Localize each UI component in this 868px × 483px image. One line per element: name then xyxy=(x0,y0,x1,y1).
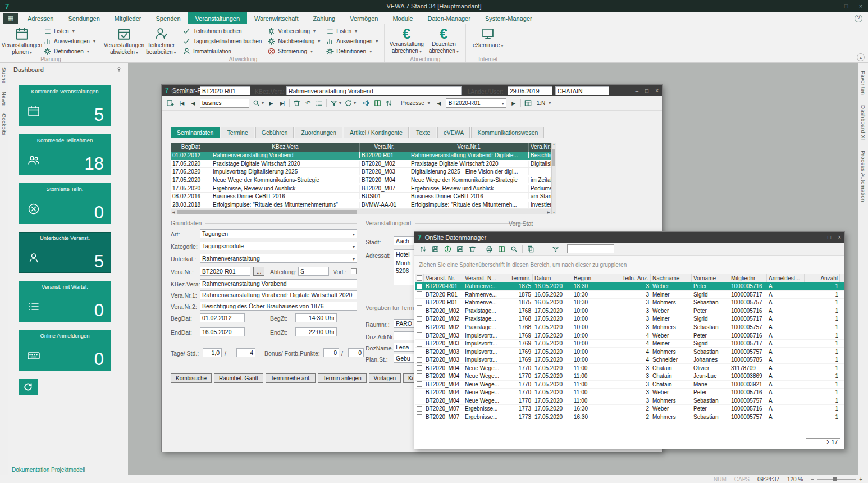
row-checkbox[interactable] xyxy=(417,406,422,412)
ribbon-tab-system-manager[interactable]: System-Manager xyxy=(478,12,540,24)
tab-termine[interactable]: Termine xyxy=(221,127,254,138)
abwicklung-auswertungen-button[interactable]: Auswertungen xyxy=(324,36,380,46)
table-row[interactable]: 17.05.2020Praxistage Digitale Wirtschaft… xyxy=(171,160,551,168)
teilnahmen-buchen-button[interactable]: Teilnahmen buchen xyxy=(181,26,263,36)
record-search-input[interactable] xyxy=(200,99,249,108)
pin-icon[interactable] xyxy=(116,66,122,73)
excel-export-button[interactable] xyxy=(497,244,506,254)
eseminare-button[interactable]: eSeminare xyxy=(469,25,506,50)
vera-nr1-input[interactable]: Rahmenveranstaltung Vorabend: Digitale W… xyxy=(200,290,357,299)
prozesse-dropdown[interactable]: Prozesse xyxy=(399,98,432,108)
minimize-button[interactable]: – xyxy=(824,0,839,12)
tagungsteilnahmen-buchen-button[interactable]: Tagungsteilnahmen buchen xyxy=(181,36,263,46)
table-row[interactable]: 17.05.2020Impulsvortrag Digitalisierung … xyxy=(171,168,551,176)
dock-tab-process-automation[interactable]: Process Automation xyxy=(860,151,866,202)
ribbon-tab-warenwirtschaft[interactable]: Warenwirtschaft xyxy=(247,12,305,24)
grid-header-row[interactable]: BegDatKBez.VeraVera.Nr.Vera.Nr.1Vera.Nr.… xyxy=(171,143,551,152)
ribbon-tab-veranstaltungen[interactable]: Veranstaltungen xyxy=(188,12,248,24)
table-row[interactable]: BT2020_M03Impulsvortr...176917.05.202010… xyxy=(415,356,844,364)
table-row[interactable]: 01.02.2012Rahmenveranstaltung VorabendBT… xyxy=(171,152,551,160)
table-row[interactable]: BT2020_M04Neue Wege...177017.05.202011:0… xyxy=(415,397,844,405)
save-all-button[interactable] xyxy=(456,244,464,254)
ribbon-tab-module[interactable]: Module xyxy=(385,12,420,24)
ribbon-tab-vermoegen[interactable]: Vermögen xyxy=(342,12,385,24)
close-button[interactable]: × xyxy=(853,0,868,12)
close-button[interactable]: × xyxy=(655,88,659,94)
kbez-vera-field[interactable]: Rahmenveranstaltung Vorabend xyxy=(286,86,462,95)
table-row[interactable]: 28.03.2018Erfolgsimpulse: "Rituale des M… xyxy=(171,201,551,209)
row-checkbox[interactable] xyxy=(417,300,422,306)
nachbereitung-button[interactable]: Nachbereitung xyxy=(266,36,322,46)
vera-nr-field[interactable]: BT2020-R01 xyxy=(200,86,250,95)
ribbon-tab-mitglieder[interactable]: Mitglieder xyxy=(107,12,149,24)
onsite-grid-header[interactable]: Veranst.-Nr.Veranst.-N...Terminr.DatumBe… xyxy=(415,274,844,282)
maximize-button[interactable]: □ xyxy=(645,88,648,94)
begzt-input[interactable]: 14:30 Uhr xyxy=(295,313,337,322)
tab-gebuehren[interactable]: Gebühren xyxy=(255,127,294,138)
enddat-input[interactable]: 16.05.2020 xyxy=(200,327,245,336)
raumbelegung-gantt-button[interactable]: Raumbel. Gantt xyxy=(214,373,263,383)
minimize-button[interactable]: – xyxy=(818,234,821,240)
ribbon-tab-daten-manager[interactable]: Daten-Manager xyxy=(420,12,477,24)
abteilung-input[interactable]: S xyxy=(298,267,329,276)
table-row[interactable]: BT2020_M04Neue Wege...177017.05.202011:0… xyxy=(415,389,844,397)
combo-next-button[interactable]: ▶ xyxy=(509,98,518,108)
combo-prev-button[interactable]: ◀ xyxy=(435,98,443,108)
table-row[interactable]: BT2020-R01Rahmenve...187516.05.202018:30… xyxy=(415,282,844,291)
row-checkbox[interactable] xyxy=(417,357,422,363)
kategorie-select[interactable]: Tagungsmodule xyxy=(200,241,357,250)
vorlagen-button[interactable]: Vorlagen xyxy=(369,373,401,383)
dashboard-refresh-button[interactable] xyxy=(19,379,38,395)
row-checkbox[interactable] xyxy=(417,308,422,313)
row-checkbox[interactable] xyxy=(417,398,422,403)
record-combo[interactable]: BT2020-R01 xyxy=(446,98,506,108)
kbez-input[interactable]: Rahmenveranstaltung Vorabend xyxy=(200,279,357,288)
table-row[interactable]: BT2020_M04Neue Wege...177017.05.202011:0… xyxy=(415,364,844,372)
table-row[interactable]: BT2020_M02Praxistage...176817.05.202010:… xyxy=(415,323,844,332)
audio-button[interactable] xyxy=(362,98,371,108)
row-checkbox[interactable] xyxy=(417,349,422,354)
scroll-down-icon[interactable]: ▼ xyxy=(552,211,556,214)
scroll-left-icon[interactable]: ◀ xyxy=(171,210,176,214)
table-row[interactable]: BT2020-R01Rahmenve...187516.05.202018:30… xyxy=(415,299,844,307)
veranstaltungen-abwickeln-button[interactable]: Veranstaltungen abwickeln xyxy=(106,25,143,57)
table-row[interactable]: BT2020-R01Rahmenve...187516.05.202018:30… xyxy=(415,291,844,299)
grid-view-button[interactable] xyxy=(524,98,532,108)
print-button[interactable] xyxy=(485,244,494,254)
tab-evewa[interactable]: eVEWA xyxy=(437,127,470,138)
row-checkbox[interactable] xyxy=(417,284,422,289)
table-row[interactable]: BT2020_M03Impulsvortr...176917.05.202010… xyxy=(415,331,844,340)
art-select[interactable]: Tagungen xyxy=(200,229,357,238)
filter-button[interactable] xyxy=(551,244,560,254)
undo-button[interactable]: ↶ xyxy=(304,98,312,108)
maximize-button[interactable]: □ xyxy=(839,0,853,12)
tab-texte[interactable]: Texte xyxy=(410,127,436,138)
table-row[interactable]: BT2020_M07Ergebnisse...177317.05.202016:… xyxy=(415,405,844,413)
scroll-right-icon[interactable]: ▶ xyxy=(546,210,551,214)
dozenten-abrechnen-button[interactable]: € Dozenten abrechnen xyxy=(425,25,462,56)
planung-definitionen-button[interactable]: Definitionen xyxy=(42,46,97,56)
ribbon-collapse-icon[interactable]: ▴ xyxy=(857,53,865,61)
table-row[interactable]: BT2020_M03Impulsvortr...176917.05.202010… xyxy=(415,340,844,348)
scroll-up-icon[interactable]: ▲ xyxy=(552,143,556,146)
row-checkbox[interactable] xyxy=(417,365,422,371)
table-row[interactable]: 08.02.2016Business Dinner CeBIT 2016BUSI… xyxy=(171,193,551,201)
scrollbar-thumb[interactable] xyxy=(552,149,555,166)
last-record-button[interactable]: ▶| xyxy=(278,98,286,108)
copy-button[interactable] xyxy=(527,244,535,254)
tab-zuordnungen[interactable]: Zuordnungen xyxy=(295,127,342,138)
endzt-input[interactable]: 22:00 Uhr xyxy=(295,327,337,336)
begdat-input[interactable]: 01.02.2012 xyxy=(200,313,245,322)
table-row[interactable]: BT2020_M07Ergebnisse...177317.05.202016:… xyxy=(415,413,844,422)
stunden-input[interactable]: 4 xyxy=(236,348,255,357)
planung-auswertungen-button[interactable]: Auswertungen xyxy=(42,36,97,46)
kombisuche-button[interactable]: Kombisuche xyxy=(171,373,212,383)
app-menu-button[interactable]: ▦ xyxy=(3,13,18,24)
row-checkbox[interactable] xyxy=(417,341,422,347)
table-row[interactable]: 17.05.2020Ergebnisse, Review und Ausblic… xyxy=(171,184,551,193)
first-record-button[interactable]: |◀ xyxy=(177,98,186,108)
onsite-window-titlebar[interactable]: 7 OnSite Datenmanager – □ × xyxy=(414,232,844,243)
zoom-slider[interactable]: − + xyxy=(811,476,862,482)
veranstaltungen-planen-button[interactable]: Veranstaltungen planen xyxy=(3,25,40,57)
reorder-button[interactable] xyxy=(419,244,427,254)
